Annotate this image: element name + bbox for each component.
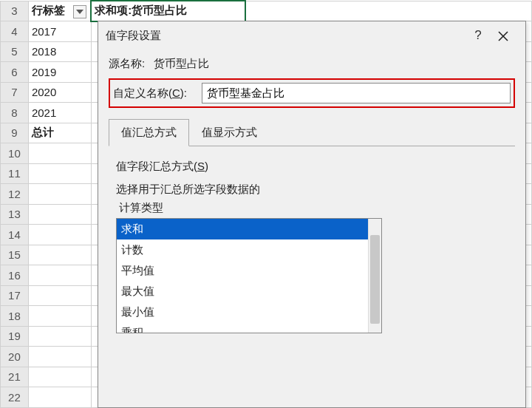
source-name-row: 源名称: 货币型占比 bbox=[109, 52, 515, 78]
cell[interactable]: 2021 bbox=[28, 103, 91, 123]
tab-summary[interactable]: 值汇总方式 bbox=[109, 119, 189, 146]
custom-name-label: 自定义名称(C): bbox=[113, 86, 202, 101]
cell[interactable]: 2018 bbox=[28, 41, 91, 62]
row-header[interactable]: 21 bbox=[1, 367, 29, 387]
row-header[interactable]: 4 bbox=[1, 21, 29, 42]
filter-dropdown-button[interactable] bbox=[73, 5, 86, 18]
row-header[interactable]: 8 bbox=[1, 103, 29, 123]
cell[interactable] bbox=[28, 265, 91, 286]
row-header[interactable]: 13 bbox=[1, 204, 29, 225]
summary-method-label: 值字段汇总方式(S) bbox=[116, 160, 508, 174]
cell[interactable]: 求和项:货币型占比 bbox=[91, 1, 245, 21]
calc-type-item[interactable]: 最大值 bbox=[117, 281, 368, 302]
help-button[interactable]: ? bbox=[468, 28, 488, 43]
cell[interactable]: 2017 bbox=[28, 21, 91, 42]
scrollbar-thumb[interactable] bbox=[370, 235, 380, 324]
row-header[interactable]: 15 bbox=[1, 245, 29, 265]
value-field-settings-dialog: 值字段设置 ? 源名称: 货币型占比 自定义名称(C): 值汇总方式 值显示方式… bbox=[98, 21, 526, 408]
row-header[interactable]: 14 bbox=[1, 225, 29, 245]
tab-body: 值字段汇总方式(S) 选择用于汇总所选字段数据的 计算类型 求和计数平均值最大值… bbox=[109, 146, 515, 341]
row-header[interactable]: 20 bbox=[1, 347, 29, 367]
row-header[interactable]: 9 bbox=[1, 123, 29, 143]
row-header[interactable]: 17 bbox=[1, 285, 29, 306]
cell[interactable] bbox=[28, 306, 91, 327]
cell[interactable] bbox=[28, 184, 91, 205]
cell[interactable]: 2019 bbox=[28, 62, 91, 83]
calc-type-listbox[interactable]: 求和计数平均值最大值最小值乘积 bbox=[116, 218, 382, 333]
cell[interactable] bbox=[28, 163, 91, 184]
cell[interactable]: 行标签 bbox=[28, 1, 91, 21]
tab-display[interactable]: 值显示方式 bbox=[189, 119, 270, 146]
cell[interactable] bbox=[28, 204, 91, 225]
row-header[interactable]: 22 bbox=[1, 387, 29, 408]
cell[interactable] bbox=[28, 387, 91, 408]
calc-type-item[interactable]: 计数 bbox=[117, 239, 368, 260]
row-header[interactable]: 11 bbox=[1, 163, 29, 184]
cell[interactable] bbox=[28, 225, 91, 245]
cell[interactable] bbox=[28, 143, 91, 164]
cell[interactable] bbox=[28, 326, 91, 347]
row-header[interactable]: 10 bbox=[1, 143, 29, 164]
calc-type-item[interactable]: 平均值 bbox=[117, 260, 368, 281]
calc-type-label: 计算类型 bbox=[119, 201, 508, 215]
source-name-value: 货币型占比 bbox=[154, 57, 209, 69]
cell[interactable]: 总计 bbox=[28, 123, 91, 143]
row-header[interactable]: 18 bbox=[1, 306, 29, 327]
calc-type-item[interactable]: 乘积 bbox=[117, 322, 368, 333]
row-header[interactable]: 12 bbox=[1, 184, 29, 205]
row-header[interactable]: 19 bbox=[1, 326, 29, 347]
close-button[interactable] bbox=[488, 29, 518, 42]
cell[interactable] bbox=[245, 1, 532, 21]
dialog-title: 值字段设置 bbox=[106, 29, 468, 43]
row-header[interactable]: 6 bbox=[1, 62, 29, 83]
custom-name-row: 自定义名称(C): bbox=[109, 78, 515, 108]
cell[interactable] bbox=[28, 285, 91, 306]
row-header[interactable]: 5 bbox=[1, 41, 29, 62]
close-icon bbox=[497, 30, 509, 42]
cell[interactable]: 2020 bbox=[28, 82, 91, 103]
custom-name-input[interactable] bbox=[202, 83, 511, 103]
chevron-down-icon bbox=[76, 10, 83, 14]
dialog-titlebar: 值字段设置 ? bbox=[98, 21, 525, 50]
summary-description: 选择用于汇总所选字段数据的 bbox=[116, 183, 508, 197]
source-name-label: 源名称: bbox=[109, 57, 145, 69]
svg-marker-0 bbox=[76, 10, 83, 14]
row-header[interactable]: 16 bbox=[1, 265, 29, 286]
cell[interactable] bbox=[28, 367, 91, 387]
cell[interactable] bbox=[28, 245, 91, 265]
row-header[interactable]: 7 bbox=[1, 82, 29, 103]
row-header[interactable]: 3 bbox=[1, 1, 29, 21]
cell[interactable] bbox=[28, 347, 91, 367]
calc-type-item[interactable]: 最小值 bbox=[117, 302, 368, 322]
listbox-scrollbar[interactable] bbox=[368, 219, 381, 333]
dialog-tabs: 值汇总方式 值显示方式 bbox=[109, 118, 515, 146]
calc-type-item[interactable]: 求和 bbox=[117, 219, 368, 239]
